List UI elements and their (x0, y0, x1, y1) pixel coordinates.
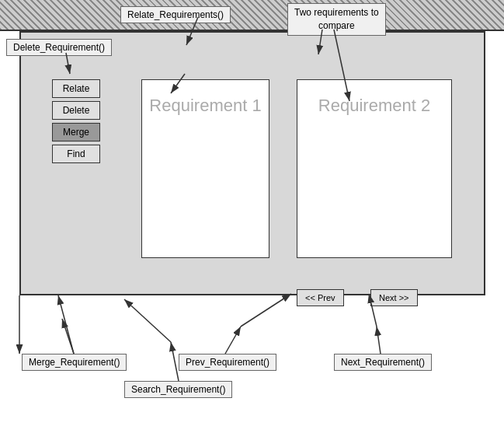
prev-button[interactable]: << Prev (297, 289, 344, 306)
sidebar: Relate Delete Merge Find (52, 79, 100, 163)
requirement-1-label: Requirement 1 (142, 96, 269, 116)
relate-requirements-tooltip: Relate_Requirements() (120, 6, 231, 23)
requirement-2-label: Requirement 2 (297, 96, 451, 116)
top-bar (0, 0, 504, 31)
next-requirement-label: Next_Requirement() (334, 354, 432, 371)
next-button[interactable]: Next >> (370, 289, 418, 306)
prev-requirement-label: Prev_Requirement() (179, 354, 276, 371)
merge-requirement-label: Merge_Requirement() (22, 354, 127, 371)
find-button[interactable]: Find (52, 145, 100, 163)
main-container: Relate_Requirements() Two requirements t… (0, 0, 504, 440)
two-req-text: Two requirements tocompare (294, 7, 379, 31)
relate-button[interactable]: Relate (52, 79, 100, 98)
delete-requirement-tooltip: Delete_Requirement() (6, 39, 112, 56)
svg-line-10 (124, 299, 171, 342)
svg-line-7 (58, 295, 74, 354)
svg-line-13 (377, 327, 381, 354)
main-panel: Relate Delete Merge Find Requirement 1 R… (19, 31, 485, 295)
svg-line-11 (225, 327, 241, 354)
delete-button[interactable]: Delete (52, 101, 100, 120)
svg-line-9 (171, 342, 179, 381)
two-requirements-tooltip: Two requirements tocompare (287, 3, 386, 36)
search-requirement-label: Search_Requirement() (124, 381, 232, 398)
svg-line-12 (241, 294, 291, 327)
requirement-1-box: Requirement 1 (141, 79, 269, 258)
merge-button[interactable]: Merge (52, 123, 100, 141)
requirement-2-box: Requirement 2 (297, 79, 452, 258)
svg-line-6 (62, 319, 74, 354)
